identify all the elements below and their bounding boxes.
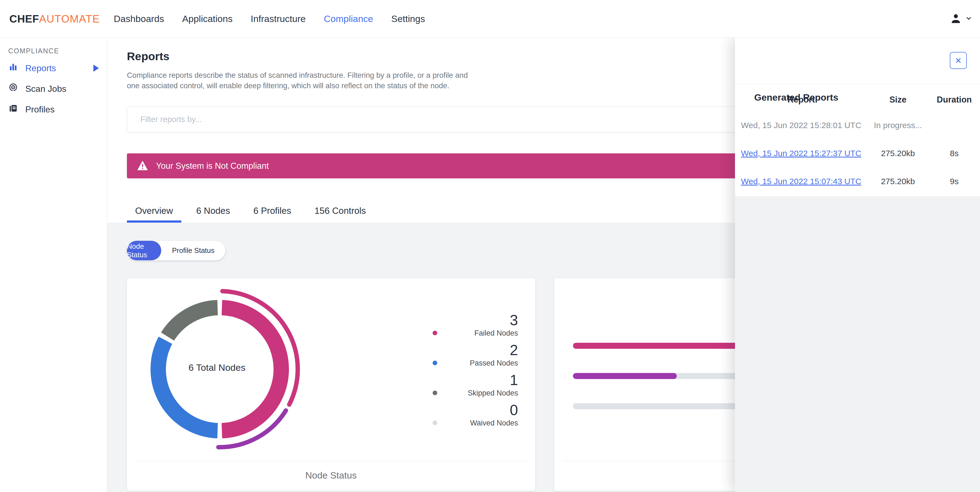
nav-item-settings[interactable]: Settings <box>391 13 425 24</box>
status-toggle: Node Status Profile Status <box>127 241 225 260</box>
report-download-link[interactable]: Wed, 15 Jun 2022 15:27:37 UTC <box>741 149 861 158</box>
scan-target-icon <box>8 83 18 95</box>
legend-passed-nodes: 2 Passed Nodes <box>414 342 518 368</box>
report-timestamp: Wed, 15 Jun 2022 15:28:01 UTC <box>735 121 867 130</box>
sidebar-item-reports[interactable]: Reports <box>0 58 107 78</box>
node-status-card: 6 Total Nodes 3 Failed Nodes 2 Passed No… <box>127 278 535 490</box>
node-status-card-footer: Node Status <box>127 470 535 481</box>
report-size: In progress... <box>867 121 929 130</box>
nav-item-dashboards[interactable]: Dashboards <box>114 13 164 24</box>
sidebar-item-profiles[interactable]: Profiles <box>0 99 107 120</box>
passed-count: 2 <box>414 342 518 358</box>
user-menu[interactable] <box>949 0 972 38</box>
reports-table-header: Report Size Duration <box>735 91 980 108</box>
waived-label: Waived Nodes <box>470 419 518 427</box>
page-title: Reports <box>127 50 169 63</box>
user-icon <box>949 12 963 26</box>
sidebar-item-label: Scan Jobs <box>25 84 66 94</box>
close-drawer-button[interactable]: ✕ <box>950 52 967 69</box>
report-duration: 9s <box>929 177 980 186</box>
legend-skipped-nodes: 1 Skipped Nodes <box>414 372 518 398</box>
failed-label: Failed Nodes <box>474 329 518 337</box>
donut-center-label: 6 Total Nodes <box>159 362 275 373</box>
failed-dot-icon <box>433 331 437 335</box>
legend-waived-nodes: 0 Waived Nodes <box>414 402 518 428</box>
passed-dot-icon <box>433 361 437 365</box>
logo-automate: AUTOMATE <box>39 13 100 25</box>
column-size: Size <box>867 95 929 105</box>
alert-message: Your System is Not Compliant <box>156 161 269 171</box>
legend-failed-nodes: 3 Failed Nodes <box>414 312 518 338</box>
nav-item-compliance[interactable]: Compliance <box>324 13 373 24</box>
column-duration: Duration <box>929 95 980 105</box>
sidebar-item-label: Profiles <box>25 104 55 115</box>
warning-triangle-icon <box>137 160 148 172</box>
column-report: Report <box>735 95 867 105</box>
generated-reports-panel: Generated Reports ✕ Report Size Duration… <box>735 38 980 196</box>
page-description-line2: one associated control, will enable deep… <box>127 80 468 91</box>
tab-overview[interactable]: Overview <box>127 199 181 223</box>
primary-nav: Dashboards Applications Infrastructure C… <box>114 0 425 38</box>
report-duration: 8s <box>929 149 980 158</box>
report-row-in-progress: Wed, 15 Jun 2022 15:28:01 UTC In progres… <box>735 119 980 132</box>
report-download-link[interactable]: Wed, 15 Jun 2022 15:07:43 UTC <box>741 177 861 186</box>
chef-automate-logo[interactable]: CHEFAUTOMATE <box>10 0 100 38</box>
profiles-stack-icon <box>8 103 18 115</box>
failed-count: 3 <box>414 312 518 328</box>
waived-count: 0 <box>414 402 518 418</box>
skipped-label: Skipped Nodes <box>468 389 518 397</box>
top-nav: CHEFAUTOMATE Dashboards Applications Inf… <box>0 0 980 38</box>
report-tabs: Overview 6 Nodes 6 Profiles 156 Controls <box>127 199 374 223</box>
skipped-dot-icon <box>433 391 437 395</box>
tab-controls[interactable]: 156 Controls <box>306 199 374 223</box>
compliance-sidebar: COMPLIANCE Reports Scan Jobs Profiles <box>0 38 107 492</box>
logo-chef: CHEF <box>10 13 39 25</box>
profile-status-toggle-button[interactable]: Profile Status <box>161 241 225 260</box>
drawer-divider <box>735 84 980 84</box>
bar-chart-icon <box>8 62 18 74</box>
report-size: 275.20kb <box>867 177 929 186</box>
sidebar-item-scan-jobs[interactable]: Scan Jobs <box>0 78 107 99</box>
nav-item-infrastructure[interactable]: Infrastructure <box>251 13 306 24</box>
report-row: Wed, 15 Jun 2022 15:07:43 UTC 275.20kb 9… <box>735 175 980 188</box>
report-row: Wed, 15 Jun 2022 15:27:37 UTC 275.20kb 8… <box>735 147 980 160</box>
chevron-down-icon <box>965 15 972 23</box>
node-status-toggle-button[interactable]: Node Status <box>127 241 161 260</box>
tab-profiles[interactable]: 6 Profiles <box>245 199 299 223</box>
arrow-right-icon <box>93 65 99 72</box>
generated-reports-drawer: Generated Reports ✕ Report Size Duration… <box>735 38 980 492</box>
page-description: Compliance reports describe the status o… <box>127 70 468 91</box>
tab-nodes[interactable]: 6 Nodes <box>188 199 239 223</box>
passed-label: Passed Nodes <box>470 359 518 367</box>
waived-dot-icon <box>433 420 437 425</box>
app-stage: CHEFAUTOMATE Dashboards Applications Inf… <box>0 0 980 492</box>
card-divider <box>136 461 526 461</box>
page-description-line1: Compliance reports describe the status o… <box>127 70 468 80</box>
nav-item-applications[interactable]: Applications <box>182 13 232 24</box>
skipped-count: 1 <box>414 372 518 388</box>
report-size: 275.20kb <box>867 149 929 158</box>
sidebar-section-label: COMPLIANCE <box>8 47 59 55</box>
sidebar-item-label: Reports <box>25 63 56 73</box>
close-icon: ✕ <box>955 56 962 65</box>
